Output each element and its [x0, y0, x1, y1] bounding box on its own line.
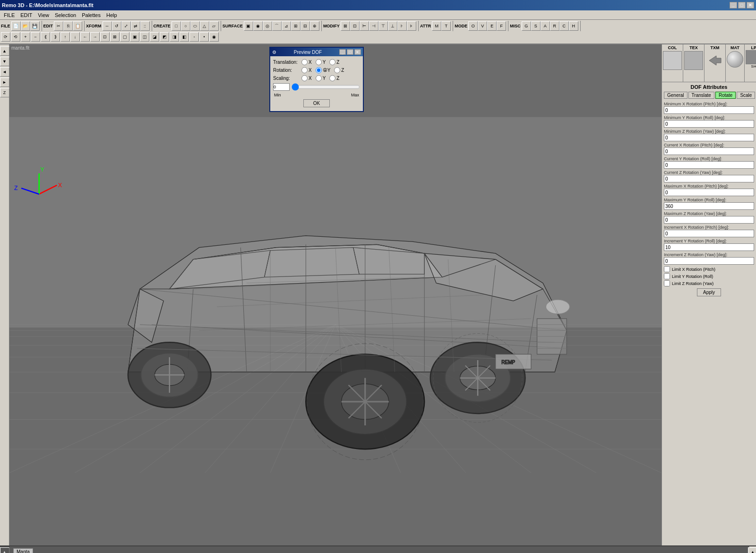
tb2-b22[interactable]: ◉: [209, 32, 219, 42]
tb2-b9[interactable]: ←: [80, 32, 90, 42]
tb2-b7[interactable]: ↑: [60, 32, 70, 42]
limit-z-yaw-checkbox[interactable]: [664, 280, 670, 286]
mode-edge-button[interactable]: E: [487, 21, 497, 31]
surface-b1-button[interactable]: ⊞: [291, 21, 301, 31]
save-button[interactable]: 💾: [30, 21, 40, 31]
attr-mat-button[interactable]: M: [432, 21, 441, 31]
cut-button[interactable]: ✂: [54, 21, 63, 31]
menu-palettes[interactable]: Palettes: [79, 11, 103, 19]
tb2-b5[interactable]: ⟪: [41, 32, 50, 42]
dof-input-3[interactable]: [664, 147, 754, 155]
nav-right-button[interactable]: ►: [0, 78, 9, 87]
array-button[interactable]: ::: [140, 21, 150, 31]
node-manta[interactable]: Manta: [13, 548, 33, 553]
move-button[interactable]: ↔: [103, 21, 112, 31]
dof-input-11[interactable]: [664, 257, 754, 265]
misc-b6-button[interactable]: H: [569, 21, 578, 31]
rotate-button[interactable]: ↺: [112, 21, 121, 31]
modify-b8-button[interactable]: ⊧: [407, 21, 416, 31]
pdof-max-button[interactable]: □: [347, 49, 353, 55]
menu-selection[interactable]: Selection: [52, 11, 79, 19]
dof-input-9[interactable]: [664, 230, 754, 237]
dof-input-0[interactable]: [664, 106, 754, 114]
menu-edit[interactable]: EDIT: [17, 11, 35, 19]
slider-value-input[interactable]: [273, 83, 290, 91]
rot-z-radio[interactable]: Z: [334, 67, 344, 73]
trans-y-radio[interactable]: Y: [316, 59, 326, 65]
nav-down-button[interactable]: ▼: [0, 57, 9, 66]
trans-x-radio[interactable]: X: [301, 59, 312, 65]
modify-b1-button[interactable]: ⊠: [341, 21, 350, 31]
tb2-b15[interactable]: ◫: [140, 32, 149, 42]
tb2-b18[interactable]: ◨: [170, 32, 179, 42]
misc-b3-button[interactable]: A: [541, 21, 550, 31]
paste-button[interactable]: 📋: [73, 21, 82, 31]
create-box-button[interactable]: □: [172, 21, 181, 31]
tb2-b16[interactable]: ◪: [150, 32, 159, 42]
scroll-right-up-button[interactable]: ▲: [748, 547, 756, 553]
dof-input-4[interactable]: [664, 161, 754, 169]
surface-shell-button[interactable]: ◎: [263, 21, 272, 31]
misc-b1-button[interactable]: G: [522, 21, 531, 31]
tb2-b20[interactable]: ◦: [189, 32, 199, 42]
surface-bend-button[interactable]: ⌒: [272, 21, 282, 31]
attr-tex-button[interactable]: T: [441, 21, 451, 31]
limit-y-roll-checkbox[interactable]: [664, 273, 670, 279]
scale-z-radio[interactable]: Z: [329, 75, 339, 81]
surface-b3-button[interactable]: ⊕: [310, 21, 319, 31]
tb2-b13[interactable]: ▢: [120, 32, 129, 42]
mirror-button[interactable]: ⇌: [131, 21, 140, 31]
scale-x-radio[interactable]: X: [301, 75, 312, 81]
nav-up-button[interactable]: ▲: [0, 46, 9, 56]
mode-obj-button[interactable]: O: [468, 21, 478, 31]
modify-b7-button[interactable]: ⊦: [397, 21, 407, 31]
dof-tab-scale[interactable]: Scale: [737, 92, 755, 99]
pdof-ok-button[interactable]: OK: [303, 99, 330, 107]
viewport[interactable]: REMP: [9, 44, 662, 545]
modify-b2-button[interactable]: ⊡: [350, 21, 360, 31]
create-cone-button[interactable]: △: [200, 21, 209, 31]
tb2-b12[interactable]: ⊠: [110, 32, 120, 42]
tb2-b4[interactable]: −: [31, 32, 40, 42]
scale-button[interactable]: ⤢: [121, 21, 131, 31]
nav-left-button[interactable]: ◄: [0, 67, 9, 77]
tb2-b11[interactable]: ⊡: [100, 32, 110, 42]
trans-z-radio[interactable]: Z: [329, 59, 339, 65]
maximize-button[interactable]: □: [738, 2, 746, 9]
dof-input-5[interactable]: [664, 175, 754, 182]
dof-tab-general[interactable]: General: [664, 92, 687, 99]
mode-face-button[interactable]: F: [497, 21, 506, 31]
surface-sub-button[interactable]: ▣: [244, 21, 253, 31]
dof-input-6[interactable]: [664, 189, 754, 196]
surface-taper-button[interactable]: ⊿: [282, 21, 291, 31]
dof-input-1[interactable]: [664, 120, 754, 128]
tb2-b14[interactable]: ▣: [130, 32, 139, 42]
pdof-close-button[interactable]: ✕: [354, 49, 361, 55]
menu-view[interactable]: View: [35, 11, 52, 19]
tb2-b19[interactable]: ◧: [180, 32, 189, 42]
menu-file[interactable]: FILE: [1, 11, 17, 19]
modify-b6-button[interactable]: ⊥: [388, 21, 397, 31]
apply-button[interactable]: Apply: [697, 288, 721, 296]
close-button[interactable]: ✕: [747, 2, 754, 9]
modify-b3-button[interactable]: ⊢: [360, 21, 369, 31]
nav-z-button[interactable]: Z: [0, 88, 9, 97]
create-sphere-button[interactable]: ○: [181, 21, 190, 31]
dof-tab-rotate[interactable]: Rotate: [715, 92, 736, 99]
new-button[interactable]: 📄: [11, 21, 21, 31]
menu-help[interactable]: Help: [103, 11, 120, 19]
tb2-b1[interactable]: ⟳: [1, 32, 10, 42]
mode-vert-button[interactable]: V: [478, 21, 487, 31]
dof-tab-translate[interactable]: Translate: [688, 92, 714, 99]
misc-b5-button[interactable]: C: [559, 21, 569, 31]
misc-b4-button[interactable]: R: [550, 21, 559, 31]
copy-button[interactable]: ⎘: [63, 21, 73, 31]
surface-b2-button[interactable]: ⊟: [301, 21, 310, 31]
dof-input-7[interactable]: [664, 202, 754, 210]
scale-y-radio[interactable]: Y: [316, 75, 326, 81]
tb2-b2[interactable]: ⟲: [11, 32, 20, 42]
limit-x-pitch-checkbox[interactable]: [664, 266, 670, 272]
surface-smooth-button[interactable]: ◉: [253, 21, 263, 31]
tb2-b17[interactable]: ◩: [160, 32, 169, 42]
tb2-b21[interactable]: •: [199, 32, 209, 42]
